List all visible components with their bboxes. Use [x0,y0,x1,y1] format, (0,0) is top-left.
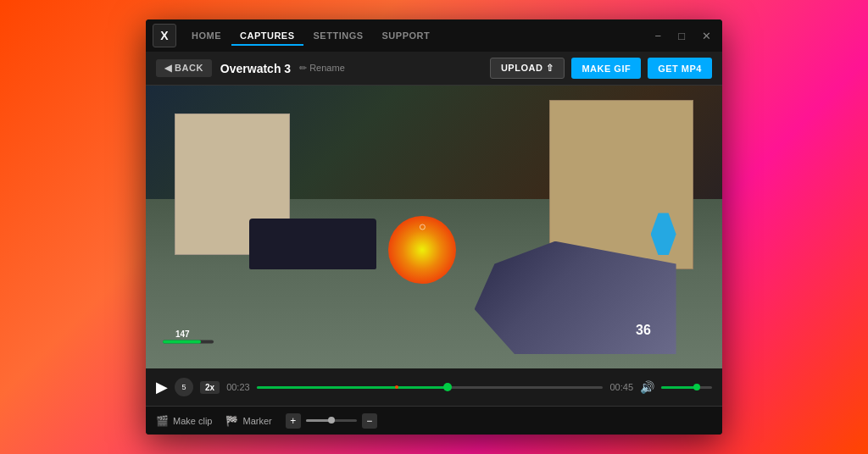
upload-button[interactable]: UPLOAD ⇧ [490,58,565,79]
nav-item-support[interactable]: SUPPORT [374,25,439,46]
make-clip-icon: 🎬 [156,415,169,427]
titlebar: X HOME CAPTURES SETTINGS SUPPORT − □ ✕ [146,19,722,52]
progress-handle[interactable] [443,383,452,391]
volume-button[interactable]: 🔊 [640,380,654,394]
replay-5-button[interactable]: 5 [175,378,193,396]
rename-button[interactable]: ✏ Rename [299,63,345,74]
zoom-handle[interactable] [328,417,335,424]
progress-fill [257,386,448,389]
maximize-button[interactable]: □ [674,28,689,44]
minimize-button[interactable]: − [651,28,666,44]
toolbar-actions: UPLOAD ⇧ MAKE GIF GET MP4 [490,58,712,79]
video-frame: 36 147 [146,86,722,368]
scene-car [249,219,376,269]
volume-fill [661,386,697,389]
bottom-bar: 🎬 Make clip 🏁 Marker + − [146,406,722,435]
video-container[interactable]: 36 147 [146,86,722,368]
volume-slider[interactable] [661,386,712,389]
progress-track[interactable] [257,386,604,389]
back-button[interactable]: ◀ BACK [156,59,212,77]
explosion-effect [388,216,456,284]
progress-bar[interactable] [257,379,604,396]
toolbar: ◀ BACK Overwatch 3 ✏ Rename UPLOAD ⇧ MAK… [146,52,722,86]
speed-button[interactable]: 2x [200,381,220,394]
volume-handle[interactable] [693,384,700,390]
zoom-fill [306,419,331,422]
time-end: 00:45 [609,382,633,392]
nav-item-home[interactable]: HOME [183,25,230,46]
clip-title: Overwatch 3 [220,62,291,75]
nav-item-captures[interactable]: CAPTURES [231,25,303,46]
zoom-add-button[interactable]: + [286,413,301,429]
zoom-minus-button[interactable]: − [362,413,377,429]
zoom-controls: + − [286,413,377,429]
time-current: 00:23 [226,382,250,392]
app-logo: X [153,24,176,47]
marker-label[interactable]: Marker [242,416,271,426]
marker-item[interactable]: 🏁 Marker [225,415,271,427]
get-mp4-button[interactable]: GET MP4 [648,58,712,79]
titlebar-nav: HOME CAPTURES SETTINGS SUPPORT [183,25,651,46]
progress-marker [395,385,398,389]
play-button[interactable]: ▶ [156,378,168,396]
playback-controls: ▶ 5 2x 00:23 00:45 🔊 [146,368,722,406]
window-controls: − □ ✕ [651,28,715,44]
make-gif-button[interactable]: MAKE GIF [571,58,641,79]
make-clip-item[interactable]: 🎬 Make clip [156,415,212,427]
zoom-slider[interactable] [306,419,357,422]
close-button[interactable]: ✕ [698,28,715,44]
app-window: X HOME CAPTURES SETTINGS SUPPORT − □ ✕ ◀… [146,19,722,435]
marker-icon: 🏁 [225,415,238,427]
make-clip-label[interactable]: Make clip [173,416,212,426]
nav-item-settings[interactable]: SETTINGS [305,25,372,46]
